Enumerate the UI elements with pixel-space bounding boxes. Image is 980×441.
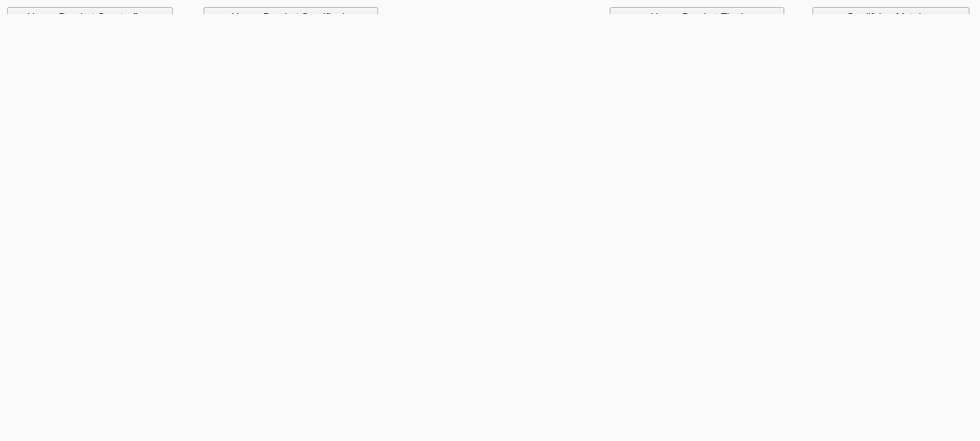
header-usf: Upper Bracket Semifinals bbox=[204, 7, 378, 14]
header-uqf: Upper Bracket Quarterfin... bbox=[7, 7, 173, 14]
header-qm: Qualifying Matches bbox=[812, 7, 970, 14]
header-ubf: Upper Bracket Final bbox=[610, 7, 784, 14]
